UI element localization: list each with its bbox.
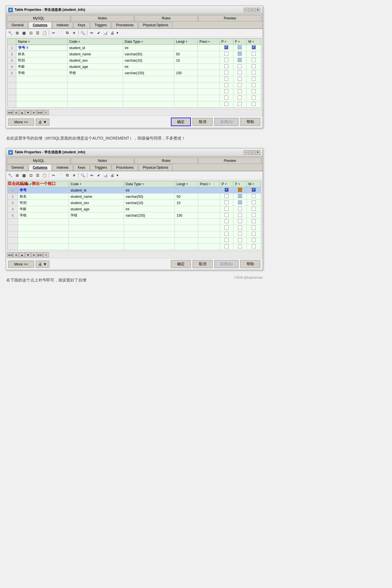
tb-dropdown-arrow[interactable]: ▼ <box>116 31 119 35</box>
row-3-p[interactable] <box>219 57 233 64</box>
nav2-last-btn[interactable]: ⊳⊳ <box>37 252 43 257</box>
row2-5-length[interactable]: 150 <box>175 212 198 219</box>
row-3-length[interactable]: 10 <box>174 57 197 64</box>
table-row[interactable]: 5 学校 学校 varchar(150) 150 <box>8 212 261 219</box>
row-1-length[interactable] <box>174 45 197 51</box>
row2-1-f[interactable] <box>233 187 247 194</box>
row-3-name[interactable]: 性别 <box>16 57 67 64</box>
tab-notes-2[interactable]: Notes <box>71 158 134 164</box>
row2-4-m[interactable] <box>247 206 261 212</box>
row-2-datatype[interactable]: varchar(50) <box>123 51 174 57</box>
row-4-preci[interactable] <box>198 64 220 70</box>
row-5-name[interactable]: 学校 <box>16 70 67 76</box>
tb2-print-btn[interactable]: 🖨 <box>109 172 115 178</box>
row-5-code[interactable]: 学校 <box>67 70 123 76</box>
row2-3-f[interactable] <box>233 200 247 206</box>
tab-notes-1[interactable]: Notes <box>71 15 134 21</box>
row2-4-code[interactable]: student_age <box>69 206 124 212</box>
row2-2-preci[interactable] <box>198 194 220 200</box>
row2-1-preci[interactable] <box>198 187 220 194</box>
tab-indexes-2[interactable]: Indexes <box>52 164 73 171</box>
col2-header-p[interactable]: P ▼ <box>220 181 233 187</box>
tab-keys-1[interactable]: Keys <box>73 22 90 28</box>
col-header-p[interactable]: P ▼ <box>219 39 233 45</box>
row2-5-f[interactable] <box>233 212 247 219</box>
tab-general-1[interactable]: General <box>7 22 28 28</box>
tab-triggers-1[interactable]: Triggers <box>90 22 111 28</box>
row2-2-code[interactable]: student_name <box>69 194 124 200</box>
length2-sort-icon[interactable]: ▼ <box>186 183 188 186</box>
tb-paste-btn[interactable]: 📄 <box>57 30 63 36</box>
nav-last-btn-1[interactable]: ⊳⊳ <box>37 110 43 115</box>
tb-copy2-btn[interactable]: ⧉ <box>64 30 70 36</box>
p2-sort-icon[interactable]: ▼ <box>225 183 227 186</box>
datatype-sort-icon[interactable]: ▼ <box>141 40 143 43</box>
tb2-properties-btn[interactable]: 🔧 <box>7 172 13 178</box>
table-row[interactable]: 3 性别 student_sex varchar(10) 10 <box>8 57 261 64</box>
row2-2-f[interactable] <box>233 194 247 200</box>
apply-button-1[interactable]: 应用(A) <box>214 118 239 126</box>
tb2-copy-btn[interactable]: 📋 <box>41 172 48 178</box>
maximize-button-1[interactable]: □ <box>249 8 255 12</box>
col-header-preci[interactable]: Preci ▼ <box>198 39 220 45</box>
tab-general-2[interactable]: General <box>7 164 28 171</box>
row-1-code[interactable]: student_id <box>67 45 123 51</box>
row2-2-name[interactable]: 姓名 <box>18 194 69 200</box>
row2-1-name[interactable]: 学号 <box>18 187 69 194</box>
col2-header-length[interactable]: Lengt ▼ <box>175 181 198 187</box>
row-3-f[interactable] <box>233 57 247 64</box>
col-header-name[interactable]: Name ▼ <box>16 39 67 45</box>
tb2-col-btn[interactable]: ⊡ <box>28 172 34 178</box>
nav-prev-btn-1[interactable]: ⊲ <box>13 110 19 115</box>
tb-properties-btn[interactable]: 🔧 <box>7 30 13 36</box>
tab-rules-1[interactable]: Rules <box>135 15 198 21</box>
window-controls-2[interactable]: ─ □ ✕ <box>244 150 260 155</box>
row2-4-datatype[interactable]: int <box>124 206 175 212</box>
tab-keys-2[interactable]: Keys <box>73 164 90 171</box>
row-3-m[interactable] <box>247 57 261 64</box>
col2-header-code[interactable]: Code ▼ <box>69 181 124 187</box>
row2-5-p[interactable] <box>220 212 233 219</box>
row-5-length[interactable]: 150 <box>174 70 197 76</box>
nav-first-btn-1[interactable]: ⊲⊲ <box>7 110 13 115</box>
row-5-datatype[interactable]: varchar(150) <box>123 70 174 76</box>
tab-mysql-1[interactable]: MySQL <box>7 15 70 21</box>
maximize-button-2[interactable]: □ <box>249 150 255 155</box>
col2-header-m[interactable]: M ▼ <box>247 181 261 187</box>
preci-sort-icon[interactable]: ▼ <box>208 40 211 43</box>
row-4-code[interactable]: student_age <box>67 64 123 70</box>
nav2-scrollleft-btn[interactable]: < <box>43 252 49 257</box>
nav-up-btn-1[interactable]: ▲ <box>19 110 25 115</box>
p-sort-icon[interactable]: ▼ <box>224 40 227 43</box>
tb-delete-btn[interactable]: ✕ <box>71 30 77 36</box>
row-1-f[interactable] <box>233 45 247 51</box>
nav-next-btn-1[interactable]: ⊳ <box>31 110 37 115</box>
row-5-p[interactable] <box>219 70 233 76</box>
tb-cut-btn[interactable]: ✂ <box>50 30 57 36</box>
row2-1-length[interactable] <box>175 187 198 194</box>
f-sort-icon[interactable]: ▼ <box>238 40 240 43</box>
table-row[interactable]: 1 学号 = student_id int ✓ ✓ <box>8 45 261 51</box>
tb-edit-btn[interactable]: ✏ <box>89 30 95 36</box>
table-row[interactable]: 4 年龄 student_age int <box>8 206 261 212</box>
tb2-add-row-btn[interactable]: ⊞ <box>14 172 20 178</box>
print-button-1[interactable]: 🖨 ▼ <box>36 118 49 126</box>
row2-5-code[interactable]: 学校 <box>69 212 124 219</box>
col2-header-f[interactable]: F ▼ <box>233 181 247 187</box>
tb-table-btn[interactable]: ▦ <box>21 30 27 36</box>
row2-5-m[interactable] <box>247 212 261 219</box>
row2-5-name[interactable]: 学校 <box>18 212 69 219</box>
tab-procedures-2[interactable]: Procedures <box>112 164 138 171</box>
row-4-m[interactable] <box>247 64 261 70</box>
tb2-delete-btn[interactable]: ✕ <box>71 172 77 178</box>
tb-col-btn[interactable]: ⊡ <box>28 30 34 36</box>
nav2-down-btn[interactable]: ▼ <box>25 252 31 257</box>
col-header-m[interactable]: M ▼ <box>247 39 261 45</box>
row-2-preci[interactable] <box>198 51 220 57</box>
tab-rules-2[interactable]: Rules <box>135 158 198 164</box>
tb2-check-btn[interactable]: ✔ <box>95 172 102 178</box>
cancel-button-1[interactable]: 取消 <box>193 118 213 126</box>
row-4-p[interactable] <box>219 64 233 70</box>
table-row[interactable]: 2 姓名 student_name varchar(50) 50 <box>8 51 261 57</box>
m2-sort-icon[interactable]: ▼ <box>252 183 255 186</box>
